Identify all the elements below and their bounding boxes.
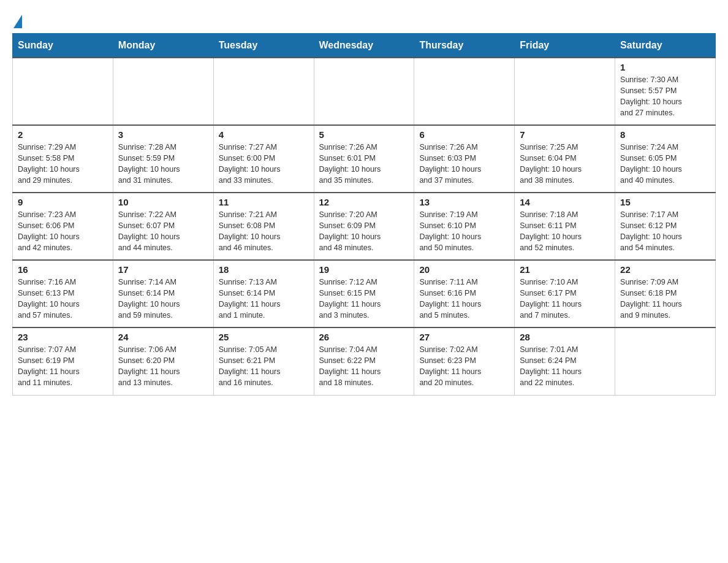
logo <box>12 12 39 27</box>
calendar-cell: 22Sunrise: 7:09 AM Sunset: 6:18 PM Dayli… <box>615 260 716 327</box>
day-number: 8 <box>620 129 710 140</box>
week-row-4: 16Sunrise: 7:16 AM Sunset: 6:13 PM Dayli… <box>13 260 716 327</box>
day-info: Sunrise: 7:09 AM Sunset: 6:18 PM Dayligh… <box>620 277 710 321</box>
calendar-header-thursday: Thursday <box>414 34 515 58</box>
calendar-header-row: SundayMondayTuesdayWednesdayThursdayFrid… <box>13 34 716 58</box>
day-number: 25 <box>219 332 309 342</box>
day-number: 1 <box>620 62 710 72</box>
day-number: 23 <box>18 332 108 342</box>
calendar-cell: 17Sunrise: 7:14 AM Sunset: 6:14 PM Dayli… <box>113 260 213 327</box>
calendar-cell: 6Sunrise: 7:26 AM Sunset: 6:03 PM Daylig… <box>414 125 515 193</box>
calendar-header-friday: Friday <box>515 34 615 58</box>
day-number: 10 <box>118 197 208 207</box>
day-info: Sunrise: 7:12 AM Sunset: 6:15 PM Dayligh… <box>319 277 409 321</box>
day-number: 22 <box>620 264 710 275</box>
day-info: Sunrise: 7:04 AM Sunset: 6:22 PM Dayligh… <box>319 344 409 389</box>
day-info: Sunrise: 7:26 AM Sunset: 6:03 PM Dayligh… <box>419 142 509 186</box>
day-number: 4 <box>219 129 309 140</box>
day-info: Sunrise: 7:26 AM Sunset: 6:01 PM Dayligh… <box>319 142 409 186</box>
day-info: Sunrise: 7:25 AM Sunset: 6:04 PM Dayligh… <box>520 142 610 186</box>
day-info: Sunrise: 7:11 AM Sunset: 6:16 PM Dayligh… <box>419 277 509 321</box>
day-info: Sunrise: 7:23 AM Sunset: 6:06 PM Dayligh… <box>18 209 108 254</box>
day-info: Sunrise: 7:17 AM Sunset: 6:12 PM Dayligh… <box>620 209 710 254</box>
calendar-cell: 13Sunrise: 7:19 AM Sunset: 6:10 PM Dayli… <box>414 193 515 260</box>
day-number: 26 <box>319 332 409 342</box>
day-number: 27 <box>419 332 509 342</box>
calendar-cell: 21Sunrise: 7:10 AM Sunset: 6:17 PM Dayli… <box>515 260 615 327</box>
calendar-cell: 26Sunrise: 7:04 AM Sunset: 6:22 PM Dayli… <box>314 327 414 395</box>
calendar-cell <box>113 58 213 125</box>
calendar-cell: 14Sunrise: 7:18 AM Sunset: 6:11 PM Dayli… <box>515 193 615 260</box>
calendar-cell: 28Sunrise: 7:01 AM Sunset: 6:24 PM Dayli… <box>515 327 615 395</box>
day-info: Sunrise: 7:16 AM Sunset: 6:13 PM Dayligh… <box>18 277 108 321</box>
calendar-cell <box>515 58 615 125</box>
day-number: 12 <box>319 197 409 207</box>
day-info: Sunrise: 7:24 AM Sunset: 6:05 PM Dayligh… <box>620 142 710 186</box>
day-info: Sunrise: 7:13 AM Sunset: 6:14 PM Dayligh… <box>219 277 309 321</box>
calendar-cell: 1Sunrise: 7:30 AM Sunset: 5:57 PM Daylig… <box>615 58 716 125</box>
calendar-cell: 24Sunrise: 7:06 AM Sunset: 6:20 PM Dayli… <box>113 327 213 395</box>
day-info: Sunrise: 7:27 AM Sunset: 6:00 PM Dayligh… <box>219 142 309 186</box>
day-info: Sunrise: 7:19 AM Sunset: 6:10 PM Dayligh… <box>419 209 509 254</box>
calendar-cell: 23Sunrise: 7:07 AM Sunset: 6:19 PM Dayli… <box>13 327 113 395</box>
day-info: Sunrise: 7:18 AM Sunset: 6:11 PM Dayligh… <box>520 209 610 254</box>
day-number: 18 <box>219 264 309 275</box>
day-number: 15 <box>620 197 710 207</box>
day-number: 16 <box>18 264 108 275</box>
calendar-table: SundayMondayTuesdayWednesdayThursdayFrid… <box>12 33 716 396</box>
day-info: Sunrise: 7:10 AM Sunset: 6:17 PM Dayligh… <box>520 277 610 321</box>
calendar-cell: 19Sunrise: 7:12 AM Sunset: 6:15 PM Dayli… <box>314 260 414 327</box>
day-info: Sunrise: 7:06 AM Sunset: 6:20 PM Dayligh… <box>118 344 208 389</box>
day-info: Sunrise: 7:28 AM Sunset: 5:59 PM Dayligh… <box>118 142 208 186</box>
day-number: 17 <box>118 264 208 275</box>
calendar-header-tuesday: Tuesday <box>213 34 314 58</box>
calendar-cell <box>414 58 515 125</box>
calendar-cell: 20Sunrise: 7:11 AM Sunset: 6:16 PM Dayli… <box>414 260 515 327</box>
calendar-cell: 27Sunrise: 7:02 AM Sunset: 6:23 PM Dayli… <box>414 327 515 395</box>
day-number: 14 <box>520 197 610 207</box>
calendar-header-monday: Monday <box>113 34 213 58</box>
calendar-cell: 18Sunrise: 7:13 AM Sunset: 6:14 PM Dayli… <box>213 260 314 327</box>
day-info: Sunrise: 7:07 AM Sunset: 6:19 PM Dayligh… <box>18 344 108 389</box>
logo-triangle-icon <box>13 15 22 28</box>
calendar-cell <box>314 58 414 125</box>
calendar-header-wednesday: Wednesday <box>314 34 414 58</box>
day-number: 20 <box>419 264 509 275</box>
week-row-2: 2Sunrise: 7:29 AM Sunset: 5:58 PM Daylig… <box>13 125 716 193</box>
calendar-cell: 9Sunrise: 7:23 AM Sunset: 6:06 PM Daylig… <box>13 193 113 260</box>
calendar-header-saturday: Saturday <box>615 34 716 58</box>
calendar-cell: 7Sunrise: 7:25 AM Sunset: 6:04 PM Daylig… <box>515 125 615 193</box>
day-info: Sunrise: 7:02 AM Sunset: 6:23 PM Dayligh… <box>419 344 509 389</box>
calendar-cell: 10Sunrise: 7:22 AM Sunset: 6:07 PM Dayli… <box>113 193 213 260</box>
day-info: Sunrise: 7:29 AM Sunset: 5:58 PM Dayligh… <box>18 142 108 186</box>
calendar-cell: 16Sunrise: 7:16 AM Sunset: 6:13 PM Dayli… <box>13 260 113 327</box>
day-info: Sunrise: 7:05 AM Sunset: 6:21 PM Dayligh… <box>219 344 309 389</box>
day-number: 7 <box>520 129 610 140</box>
day-number: 21 <box>520 264 610 275</box>
week-row-5: 23Sunrise: 7:07 AM Sunset: 6:19 PM Dayli… <box>13 327 716 395</box>
page-header <box>12 12 716 27</box>
calendar-header-sunday: Sunday <box>13 34 113 58</box>
day-info: Sunrise: 7:22 AM Sunset: 6:07 PM Dayligh… <box>118 209 208 254</box>
day-number: 19 <box>319 264 409 275</box>
calendar-cell: 5Sunrise: 7:26 AM Sunset: 6:01 PM Daylig… <box>314 125 414 193</box>
calendar-cell: 15Sunrise: 7:17 AM Sunset: 6:12 PM Dayli… <box>615 193 716 260</box>
day-info: Sunrise: 7:20 AM Sunset: 6:09 PM Dayligh… <box>319 209 409 254</box>
day-number: 6 <box>419 129 509 140</box>
day-number: 13 <box>419 197 509 207</box>
calendar-cell <box>13 58 113 125</box>
day-info: Sunrise: 7:30 AM Sunset: 5:57 PM Dayligh… <box>620 74 710 119</box>
day-number: 24 <box>118 332 208 342</box>
calendar-cell: 8Sunrise: 7:24 AM Sunset: 6:05 PM Daylig… <box>615 125 716 193</box>
calendar-cell <box>213 58 314 125</box>
day-info: Sunrise: 7:21 AM Sunset: 6:08 PM Dayligh… <box>219 209 309 254</box>
day-number: 5 <box>319 129 409 140</box>
week-row-3: 9Sunrise: 7:23 AM Sunset: 6:06 PM Daylig… <box>13 193 716 260</box>
day-number: 28 <box>520 332 610 342</box>
calendar-cell: 2Sunrise: 7:29 AM Sunset: 5:58 PM Daylig… <box>13 125 113 193</box>
week-row-1: 1Sunrise: 7:30 AM Sunset: 5:57 PM Daylig… <box>13 58 716 125</box>
day-number: 11 <box>219 197 309 207</box>
day-number: 3 <box>118 129 208 140</box>
calendar-cell: 11Sunrise: 7:21 AM Sunset: 6:08 PM Dayli… <box>213 193 314 260</box>
calendar-cell: 25Sunrise: 7:05 AM Sunset: 6:21 PM Dayli… <box>213 327 314 395</box>
